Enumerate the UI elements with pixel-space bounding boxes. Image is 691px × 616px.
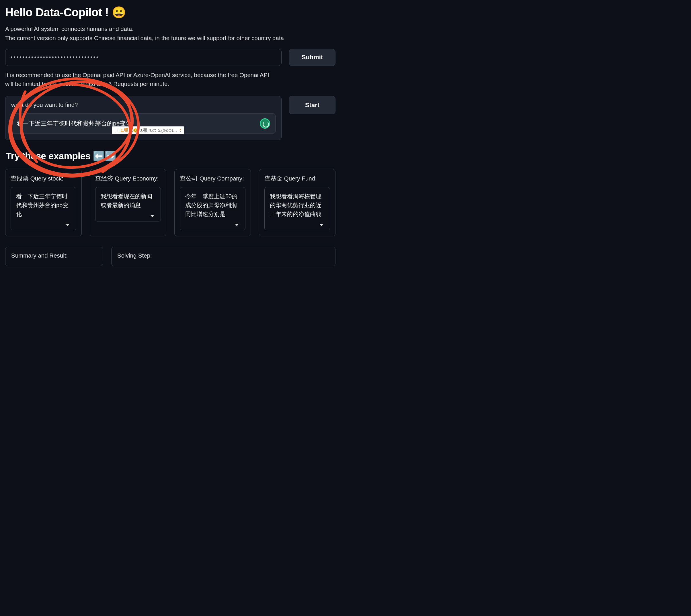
page-subtitle: A powerful AI system connects humans and…	[5, 24, 335, 43]
ime-option-2[interactable]: 2.😔	[130, 128, 138, 133]
query-label: what do you want to find?	[11, 102, 275, 108]
chevron-down-icon	[235, 224, 239, 226]
example-col-fund: 查基金 Query Fund: 我想看看周海栋管理的华商优势行业的近三年来的的净…	[259, 169, 335, 236]
results-row: Summary and Result: Solving Step:	[5, 247, 335, 266]
loading-spinner-icon	[260, 118, 270, 129]
ime-option-5[interactable]: 5.(⊙o⊙)…	[158, 128, 177, 133]
ime-paginate-icon[interactable]: ▲▼	[180, 128, 182, 132]
example-title: 查基金 Query Fund:	[264, 175, 330, 182]
submit-button[interactable]: Submit	[289, 49, 335, 66]
example-select-economy[interactable]: 我想看看现在的新闻或者最新的消息	[95, 187, 161, 221]
api-key-input[interactable]: ••••••••••••••••••••••••••••••	[5, 49, 281, 66]
example-select-stock[interactable]: 看一下近三年宁德时代和贵州茅台的pb变化	[11, 187, 76, 230]
example-title: 查公司 Query Company:	[180, 175, 246, 182]
example-text: 我想看看周海栋管理的华商优势行业的近三年来的的净值曲线	[270, 192, 324, 219]
example-select-fund[interactable]: 我想看看周海栋管理的华商优势行业的近三年来的的净值曲线	[264, 187, 330, 230]
summary-panel: Summary and Result:	[5, 247, 103, 266]
ime-option-1[interactable]: 1.呃	[121, 128, 128, 133]
chevron-down-icon	[66, 224, 70, 226]
subtitle-line-1: A powerful AI system connects humans and…	[5, 25, 133, 32]
examples-heading: Try these examples ⬅️➡️	[6, 150, 335, 161]
example-col-economy: 查经济 Query Economy: 我想看看现在的新闻或者最新的消息	[90, 169, 166, 236]
ime-option-4[interactable]: 4.の	[149, 128, 156, 133]
query-input[interactable]	[17, 120, 260, 127]
example-text: 我想看看现在的新闻或者最新的消息	[101, 192, 155, 210]
start-button[interactable]: Start	[289, 96, 335, 114]
solving-step-panel: Solving Step:	[111, 247, 335, 266]
example-text: 看一下近三年宁德时代和贵州茅台的pb变化	[16, 192, 71, 219]
chevron-down-icon	[150, 215, 154, 217]
chevron-down-icon	[319, 224, 323, 226]
example-col-company: 查公司 Query Company: 今年一季度上证50的成分股的归母净利润同比…	[174, 169, 251, 236]
example-title: 查股票 Query stock:	[11, 175, 76, 182]
summary-title: Summary and Result:	[11, 252, 97, 259]
example-col-stock: 查股票 Query stock: 看一下近三年宁德时代和贵州茅台的pb变化	[5, 169, 82, 236]
example-select-company[interactable]: 今年一季度上证50的成分股的归母净利润同比增速分别是	[180, 187, 246, 230]
query-panel: what do you want to find? ⋮⋮ 1.呃 2.😔 3.额…	[5, 96, 281, 140]
example-title: 查经济 Query Economy:	[95, 175, 161, 182]
example-text: 今年一季度上证50的成分股的归母净利润同比增速分别是	[185, 192, 240, 219]
ime-option-3[interactable]: 3.额	[140, 128, 147, 133]
api-note: It is recommended to use the Openai paid…	[5, 70, 275, 89]
solving-step-title: Solving Step:	[117, 252, 330, 259]
ime-drag-handle-icon: ⋮⋮	[113, 128, 119, 132]
subtitle-line-2: The current version only supports Chines…	[5, 35, 284, 41]
ime-candidate-popup[interactable]: ⋮⋮ 1.呃 2.😔 3.额 4.の 5.(⊙o⊙)… ▲▼	[112, 126, 184, 134]
query-input-wrap: ⋮⋮ 1.呃 2.😔 3.额 4.の 5.(⊙o⊙)… ▲▼	[11, 113, 275, 133]
examples-row: 查股票 Query stock: 看一下近三年宁德时代和贵州茅台的pb变化 查经…	[5, 169, 335, 236]
page-title: Hello Data-Copilot ! 😀	[5, 6, 335, 19]
